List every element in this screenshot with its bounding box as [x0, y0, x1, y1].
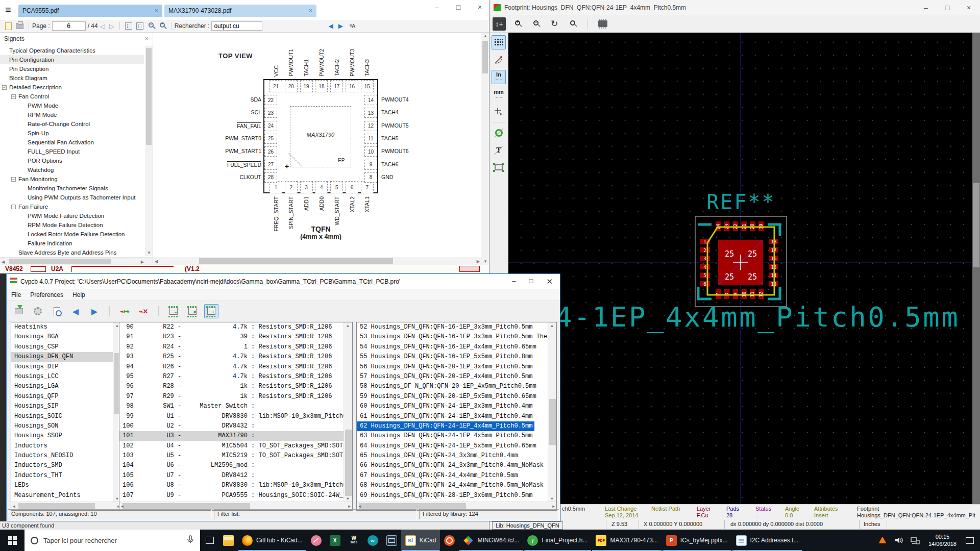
library-item[interactable]: Measurement_Points — [11, 491, 121, 500]
tab-close-icon[interactable]: × — [305, 7, 312, 14]
bookmark-item[interactable]: Monitoring Tachometer Signals — [0, 184, 144, 193]
close-icon[interactable]: × — [475, 3, 485, 11]
library-item[interactable]: Inductors_SMD — [11, 461, 121, 470]
bookmark-item[interactable]: Using PWM Outputs as Tachometer Input — [0, 193, 144, 202]
taskbar-button-kicad[interactable]: KiKiCad — [401, 530, 440, 551]
library-item[interactable]: Housings_DIP — [11, 362, 121, 372]
microphone-icon[interactable] — [187, 535, 194, 546]
close-sidebar-icon[interactable]: × — [145, 35, 149, 42]
component-row[interactable]: 105 U7 - DRV8412 : — [119, 471, 352, 481]
bookmark-item[interactable]: PWM Mode — [0, 101, 144, 110]
bookmark-item[interactable]: Pin Description — [0, 64, 144, 73]
menu-file[interactable]: File — [7, 291, 26, 298]
taskbar-button-pink-app[interactable] — [307, 530, 326, 551]
component-row[interactable]: 101 U3 - MAX31790 : — [119, 431, 352, 441]
footprint-row[interactable]: 64 Housings_DFN_QFN:QFN-24-1EP_5x5mm_Pit… — [357, 441, 556, 451]
component-row[interactable]: 107 U9 - PCA9555 : Housings_SOIC:SOIC-24… — [119, 491, 352, 500]
footprint-row[interactable]: 59 Housings_DFN_QFN:QFN-20-1EP_5x5mm_Pit… — [357, 392, 556, 402]
save-netlist-icon[interactable] — [12, 304, 26, 318]
cvpcb-titlebar[interactable]: Cvpcb 4.0.7 Project: 'C:\Users\UserPC\Do… — [7, 274, 560, 289]
bookmark-item[interactable]: Sequential Fan Activation — [0, 138, 144, 147]
speaker-icon[interactable] — [893, 533, 905, 547]
scrollbar-thumb[interactable] — [549, 399, 556, 445]
fit-width-icon[interactable] — [125, 22, 132, 30]
taskbar-button-pdf-document[interactable]: PDFMAX31790-473... — [592, 530, 662, 551]
zoom-fit-icon[interactable] — [566, 17, 579, 31]
footprint-row[interactable]: 60 Housings_DFN_QFN:QFN-24-1EP_3x3mm_Pit… — [357, 402, 556, 411]
library-item[interactable]: Housings_QFP — [11, 392, 121, 402]
library-item[interactable]: Inductors — [11, 441, 121, 451]
library-item[interactable]: Housings_CSP — [11, 342, 121, 352]
redraw-icon[interactable]: ↻ — [548, 17, 561, 31]
bookmark-item[interactable]: RPM Mode — [0, 110, 144, 119]
next-page-icon[interactable]: ▷ — [109, 22, 114, 30]
taskbar-button-notepad[interactable]: I2C Addresses.t... — [732, 530, 803, 551]
library-item[interactable]: Housings_BGA — [11, 332, 121, 342]
library-item[interactable]: Housings_LCC — [11, 372, 121, 382]
match-case-icon[interactable]: ªA — [350, 23, 355, 29]
filter-keyword-icon[interactable]: ≡ — [166, 304, 181, 318]
footprint-row[interactable]: 52 Housings_DFN_QFN:QFN-16-1EP_3x3mm_Pit… — [357, 322, 556, 332]
polar-coordinates-icon[interactable] — [492, 53, 506, 67]
filter-pincount-icon[interactable]: # — [185, 304, 200, 318]
footprint-row[interactable]: 67 Housings_DFN_QFN:QFN-24_4x4mm_Pitch0.… — [357, 471, 556, 481]
bookmark-item[interactable]: Locked Rotor Mode Failure Detection — [0, 230, 144, 239]
footprint-row[interactable]: 53 Housings_DFN_QFN:QFN-16-1EP_3x3mm_Pit… — [357, 332, 556, 342]
taskbar-button-firefox[interactable]: GitHub - KiCad... — [238, 530, 307, 551]
footprint-row[interactable]: 65 Housings_DFN_QFN:QFN-24_3x3mm_Pitch0.… — [357, 451, 556, 461]
library-item[interactable]: Housings_LGA — [11, 382, 121, 391]
open-file-icon[interactable] — [5, 22, 12, 30]
bookmark-item[interactable]: Watchdog — [0, 165, 144, 174]
footprint-row[interactable]: 54 Housings_DFN_QFN:QFN-16-1EP_4x4mm_Pit… — [357, 342, 556, 352]
list-vertical-scrollbar[interactable]: ▲▼ — [344, 322, 352, 502]
configure-paths-icon[interactable] — [31, 304, 45, 318]
minimize-icon[interactable]: – — [432, 3, 442, 11]
footprint-row[interactable]: 66 Housings_DFN_QFN:QFN-24_3x3mm_Pitch0.… — [357, 461, 556, 470]
previous-page-icon[interactable]: ◁ — [100, 22, 105, 30]
pdf-page[interactable]: TOP VIEW MAX31790 EP + TQFN (4mm x 4mm) … — [153, 33, 481, 257]
units-mm-icon[interactable]: mm←→ — [492, 87, 506, 102]
bookmark-item[interactable]: RPM Mode Failure Detection — [0, 220, 144, 230]
bookmark-item[interactable]: Rate-of-Change Control — [0, 119, 144, 129]
bookmark-item[interactable]: Slave Address Byte and Address Pins — [0, 248, 144, 256]
footprint-row[interactable]: 55 Housings_DFN_QFN:QFN-16-1EP_5x5mm_Pit… — [357, 352, 556, 362]
footprint-canvas[interactable]: 1234561817161514132423222120197891011122… — [508, 33, 973, 504]
library-item[interactable]: Housings_SSOP — [11, 431, 121, 441]
collapse-toggle-icon[interactable]: − — [11, 94, 16, 99]
component-row[interactable]: 100 U2 - DRV8432 : — [119, 421, 352, 431]
view-footprints-icon[interactable] — [50, 304, 64, 318]
network-icon[interactable] — [909, 533, 921, 547]
next-unassigned-icon[interactable]: ▶ — [87, 304, 102, 318]
taskbar-button-file-explorer[interactable] — [219, 530, 238, 551]
pdf-horizontal-scrollbar[interactable]: ◀▶ — [153, 257, 481, 265]
bookmark-item[interactable]: FULL_SPEED Input — [0, 147, 144, 156]
bookmark-item[interactable]: −Fan Control — [0, 92, 144, 101]
sidebar-vertical-scrollbar[interactable]: ▲ ▼ — [145, 46, 153, 256]
clock[interactable]: 00:15 14/06/2018 — [925, 533, 960, 547]
bookmark-item[interactable]: Spin-Up — [0, 129, 144, 138]
scrollbar-thumb[interactable] — [345, 430, 352, 496]
library-item[interactable]: LEDs — [11, 481, 121, 490]
bookmark-item[interactable]: Block Diagram — [0, 73, 144, 83]
footprint-row[interactable]: 69 Housings_DFN_QFN:QFN-28-1EP_3x6mm_Pit… — [357, 491, 556, 500]
bookmark-item[interactable]: Pin Configuration — [0, 55, 144, 64]
previous-unassigned-icon[interactable]: ◀ — [68, 304, 83, 318]
component-row[interactable]: 97 R29 - 1k : Resistors_SMD:R_1206 — [119, 392, 352, 402]
minimize-icon[interactable]: – — [921, 4, 931, 12]
tab-close-icon[interactable]: × — [151, 7, 158, 14]
text-display-icon[interactable]: T — [492, 143, 506, 157]
search-input[interactable] — [211, 21, 262, 31]
bookmark-item[interactable]: PWM Mode Failure Detection — [0, 211, 144, 220]
zoom-out-icon[interactable]: – — [529, 17, 543, 31]
canvas-vertical-scrollbar[interactable] — [972, 33, 980, 504]
component-row[interactable]: 102 U4 - MIC5504 : TO_SOT_Packages_SMD:S… — [119, 441, 352, 451]
find-previous-icon[interactable]: ◀ — [328, 22, 333, 30]
component-row[interactable]: 91 R23 - 39 : Resistors_SMD:R_1206 — [119, 332, 352, 342]
pads-display-icon[interactable] — [492, 126, 506, 140]
taskbar-search[interactable]: Taper ici pour rechercher — [24, 530, 200, 551]
component-row[interactable]: 94 R26 - 4.7k : Resistors_SMD:R_1206 — [119, 362, 352, 372]
filter-library-icon[interactable]: L — [204, 304, 218, 318]
tab-pca9555[interactable]: PCA9555.pdf × — [18, 5, 162, 17]
taskbar-button-arduino[interactable]: ∞ — [363, 530, 382, 551]
footprint-row[interactable]: 61 Housings_DFN_QFN:QFN-24-1EP_3x4mm_Pit… — [357, 412, 556, 421]
